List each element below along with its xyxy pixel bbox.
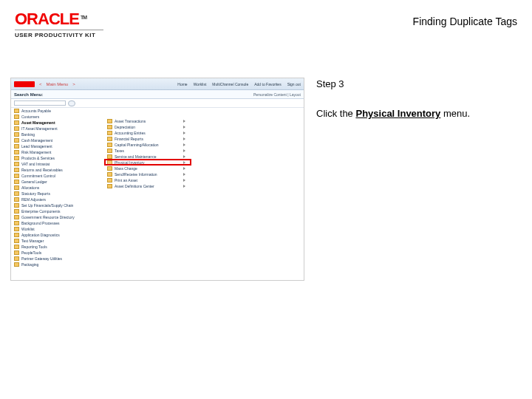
- doc-title: Finding Duplicate Tags: [413, 16, 517, 27]
- folder-icon: [107, 137, 112, 141]
- subtree-item[interactable]: Mass Change: [107, 166, 188, 171]
- personalize-link[interactable]: Personalize Content | Layout: [253, 92, 301, 97]
- subtree-item-label: Asset Definitions Center: [115, 184, 154, 188]
- chevron-right-icon: [183, 149, 185, 152]
- screenshot-panel: < Main Menu > Home Worklist MultiChannel…: [10, 78, 304, 281]
- logo-block: ORACLE TM USER PRODUCTIVITY KIT: [15, 11, 103, 38]
- subtree-item[interactable]: Physical Inventory: [107, 160, 188, 166]
- tree-item-label: Risk Management: [21, 150, 51, 154]
- tree-item[interactable]: Partner Gateway Utilities: [14, 256, 103, 262]
- tree-item[interactable]: Enterprise Components: [14, 208, 103, 214]
- folder-icon: [14, 120, 19, 125]
- crumb-caret: >: [72, 82, 75, 86]
- chevron-right-icon: [183, 161, 185, 164]
- search-row: [11, 99, 304, 108]
- logo-divider: [15, 30, 103, 30]
- subtree-item-label: Mass Change: [115, 166, 137, 171]
- folder-icon: [107, 172, 112, 177]
- subtree-item-label: Send/Receive Information: [115, 172, 157, 177]
- folder-icon: [14, 132, 19, 137]
- tree-item-label: Partner Gateway Utilities: [21, 256, 62, 261]
- folder-icon: [14, 168, 19, 172]
- tree-item-label: Statutory Reports: [21, 191, 50, 196]
- top-action-signout[interactable]: Sign out: [287, 82, 301, 86]
- tree-item[interactable]: Reporting Tools: [14, 244, 103, 250]
- folder-icon: [14, 233, 19, 237]
- tree-item[interactable]: Lead Management: [14, 143, 103, 149]
- tree-item[interactable]: Returns and Receivables: [14, 167, 103, 173]
- subtree-item-label: Print an Asset: [115, 178, 137, 183]
- top-action-worklist[interactable]: Worklist: [194, 82, 207, 86]
- tree-item[interactable]: Allocations: [14, 185, 103, 191]
- search-input[interactable]: [14, 100, 66, 106]
- tree-item[interactable]: Asset Management: [14, 120, 103, 126]
- tree-item[interactable]: PeopleTools: [14, 250, 103, 256]
- chevron-right-icon: [183, 155, 185, 158]
- subtree-item-label: Depreciation: [115, 125, 135, 129]
- tree-item-label: Set Up Financials/Supply Chain: [21, 203, 73, 208]
- crumb-back[interactable]: <: [39, 82, 42, 86]
- subtree-item-label: Service and Maintenance: [115, 154, 156, 159]
- crumb-main-menu[interactable]: Main Menu: [47, 82, 69, 86]
- search-go-button[interactable]: [68, 100, 75, 106]
- folder-icon: [14, 209, 19, 214]
- subtree-item[interactable]: Depreciation: [107, 124, 188, 130]
- folder-icon: [107, 184, 112, 188]
- subtree-item[interactable]: Print an Asset: [107, 177, 188, 183]
- tree-item[interactable]: Packaging: [14, 262, 103, 267]
- tree-item-label: REM Adjusters: [21, 197, 46, 202]
- tree-item[interactable]: Application Diagnostics: [14, 232, 103, 238]
- tree-item[interactable]: Worklist: [14, 226, 103, 232]
- subtree-item[interactable]: Service and Maintenance: [107, 154, 188, 160]
- folder-icon: [14, 115, 19, 119]
- folder-icon: [14, 191, 19, 196]
- subtree-item[interactable]: Send/Receive Information: [107, 171, 188, 177]
- top-action-console[interactable]: MultiChannel Console: [212, 82, 248, 86]
- kit-text: USER PRODUCTIVITY KIT: [15, 32, 103, 38]
- tree-item-label: General Ledger: [21, 180, 47, 184]
- tree-item[interactable]: Products & Services: [14, 155, 103, 161]
- folder-icon: [14, 256, 19, 261]
- subtree-item[interactable]: Asset Transactions: [107, 118, 188, 124]
- top-action-favorites[interactable]: Add to Favorites: [254, 82, 281, 86]
- tree-item[interactable]: Background Processes: [14, 220, 103, 226]
- tree-item[interactable]: IT Asset Management: [14, 126, 103, 132]
- tree-item[interactable]: Test Manager: [14, 238, 103, 244]
- tree-item[interactable]: REM Adjusters: [14, 197, 103, 202]
- tree-item[interactable]: Banking: [14, 132, 103, 137]
- top-action-home[interactable]: Home: [177, 82, 187, 86]
- folder-icon: [107, 178, 112, 183]
- folder-icon: [107, 154, 112, 159]
- subtree-item[interactable]: Accounting Entries: [107, 130, 188, 136]
- tree-item[interactable]: Commitment Control: [14, 173, 103, 179]
- folder-icon: [14, 250, 19, 255]
- tree-item[interactable]: Risk Management: [14, 149, 103, 155]
- tree-item-label: Worklist: [21, 227, 35, 231]
- tree-item[interactable]: Statutory Reports: [14, 191, 103, 197]
- chevron-right-icon: [183, 120, 185, 123]
- chevron-right-icon: [183, 179, 185, 182]
- subtree-item[interactable]: Asset Definitions Center: [107, 183, 188, 189]
- chevron-right-icon: [183, 185, 185, 188]
- tree-item[interactable]: VAT and Intrastat: [14, 161, 103, 167]
- tree-item[interactable]: Government Resource Directory: [14, 214, 103, 220]
- subtree-item[interactable]: Capital Planning/Allocation: [107, 142, 188, 148]
- tree-item-label: VAT and Intrastat: [21, 162, 50, 166]
- instruction-panel: Step 3 Click the Physical Inventory menu…: [316, 78, 517, 120]
- subtree-item[interactable]: Taxes: [107, 148, 188, 154]
- top-actions: Home Worklist MultiChannel Console Add t…: [177, 82, 301, 86]
- tree-item-label: Products & Services: [21, 156, 55, 160]
- tree-item[interactable]: Cash Management: [14, 137, 103, 143]
- tree-item[interactable]: Set Up Financials/Supply Chain: [14, 202, 103, 208]
- tree-item[interactable]: General Ledger: [14, 179, 103, 185]
- oracle-logo: ORACLE TM: [15, 11, 103, 27]
- folder-icon: [14, 215, 19, 219]
- tree-item[interactable]: Customers: [14, 114, 103, 120]
- folder-icon: [14, 156, 19, 160]
- tree-item[interactable]: Accounts Payable: [14, 108, 103, 114]
- instruction-line: Click the Physical Inventory menu.: [316, 107, 517, 120]
- chevron-right-icon: [183, 167, 185, 170]
- tree-item-label: Reporting Tools: [21, 245, 47, 249]
- tree-item-label: Application Diagnostics: [21, 233, 60, 237]
- subtree-item[interactable]: Financial Reports: [107, 136, 188, 142]
